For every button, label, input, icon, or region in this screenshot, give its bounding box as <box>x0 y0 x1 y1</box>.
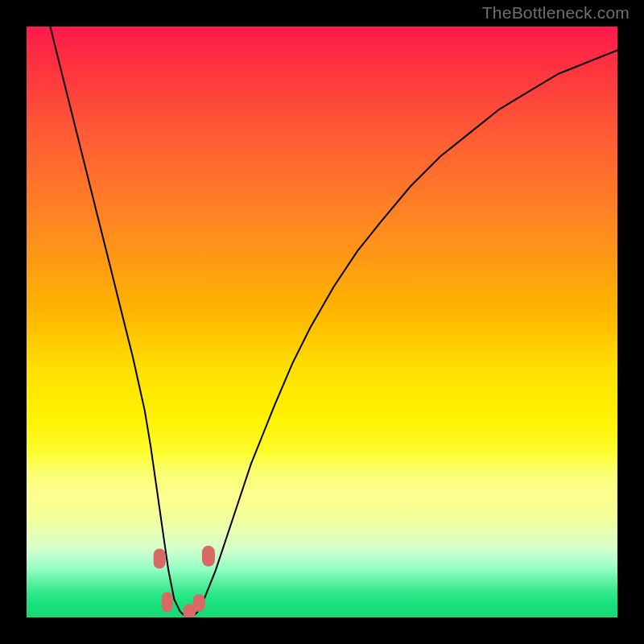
curve-path <box>50 27 617 617</box>
chart-frame: TheBottleneck.com <box>0 0 644 644</box>
curve-marker-0 <box>154 548 166 568</box>
bottleneck-curve <box>27 27 617 617</box>
curve-marker-3 <box>193 594 205 612</box>
plot-area <box>27 27 617 617</box>
curve-marker-1 <box>161 592 173 612</box>
watermark-text: TheBottleneck.com <box>482 3 630 23</box>
curve-marker-4 <box>202 545 215 566</box>
